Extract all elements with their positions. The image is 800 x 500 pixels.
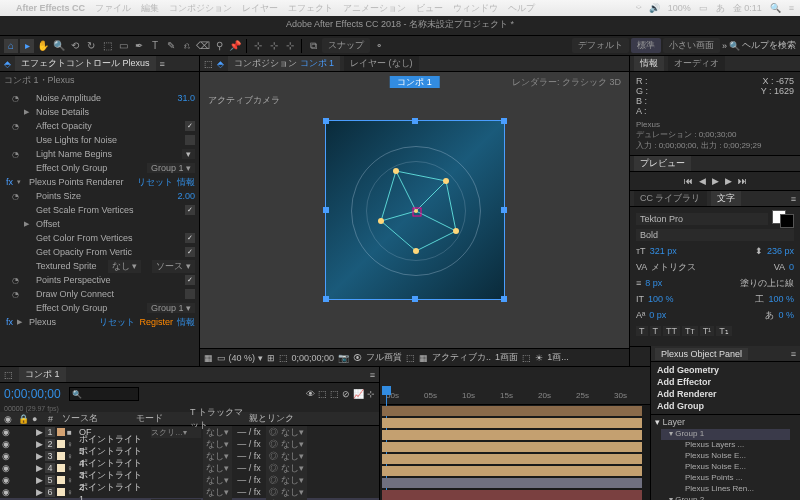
resolution-drop[interactable]: フル画質 — [366, 351, 402, 364]
add-renderer[interactable]: Add Renderer — [651, 388, 800, 400]
prop-checkbox[interactable]: ✓ — [185, 233, 195, 243]
search-icon[interactable]: 🔍 — [729, 41, 740, 51]
layer-row[interactable]: ◉▶2♀ポイントライト 5なし▾— / fx◎ なし▾ — [0, 438, 379, 450]
visibility-icon[interactable]: ◉ — [2, 487, 12, 497]
pin-tool[interactable]: 📌 — [228, 39, 242, 53]
italic-btn[interactable]: T — [650, 326, 662, 336]
layer-bar[interactable] — [382, 406, 642, 416]
leading[interactable]: 236 px — [767, 246, 794, 256]
renderer-label[interactable]: レンダラー: クラシック 3D — [512, 76, 621, 89]
prop-dropdown2[interactable]: ソース ▾ — [152, 260, 195, 273]
font-family[interactable]: Tekton Pro — [636, 213, 768, 225]
tree-item[interactable]: Plexus Noise E... — [661, 462, 790, 473]
menu-help[interactable]: ヘルプ — [508, 2, 535, 15]
snapshot-icon[interactable]: 📷 — [338, 353, 349, 363]
pen-tool[interactable]: ✒ — [132, 39, 146, 53]
caps-btn[interactable]: TT — [663, 326, 680, 336]
info-link[interactable]: 情報 — [177, 176, 195, 189]
prop-checkbox[interactable]: ✓ — [185, 205, 195, 215]
eraser-tool[interactable]: ⌫ — [196, 39, 210, 53]
view-num[interactable]: 1画... — [547, 351, 569, 364]
next-frame-icon[interactable]: ▶ — [725, 176, 732, 186]
menu-window[interactable]: ウィンドウ — [453, 2, 498, 15]
zoom-tool[interactable]: 🔍 — [52, 39, 66, 53]
tracking-val[interactable]: 0 — [789, 262, 794, 272]
super-btn[interactable]: T¹ — [700, 326, 715, 336]
workspace-small[interactable]: 小さい画面 — [663, 38, 720, 53]
layer-bar[interactable] — [382, 430, 642, 440]
baseline[interactable]: 0 px — [649, 310, 666, 320]
register-link[interactable]: Register — [139, 317, 173, 327]
home-icon[interactable]: ⌂ — [4, 39, 18, 53]
stopwatch-icon[interactable]: ◔ — [12, 150, 20, 158]
selection-tool[interactable]: ▸ — [20, 39, 34, 53]
viewer-flow-icon[interactable]: ⬚ — [204, 59, 213, 69]
tree-item[interactable]: ▾ Group 1 — [661, 429, 790, 440]
kerning[interactable]: メトリクス — [651, 261, 696, 274]
axis-view[interactable]: ⊹ — [283, 39, 297, 53]
motion-blur-icon[interactable]: ⊘ — [342, 389, 350, 399]
stamp-tool[interactable]: ⎌ — [180, 39, 194, 53]
visibility-icon[interactable]: ◉ — [2, 451, 12, 461]
preview-tab[interactable]: プレビュー — [634, 156, 691, 171]
play-icon[interactable]: ▶ — [712, 176, 719, 186]
layer-row[interactable]: ◉▶6♀ポイントライト 1なし▾— / fx◎ なし▾ — [0, 486, 379, 498]
sub-btn[interactable]: T₁ — [716, 326, 732, 336]
menu-composition[interactable]: コンポジション — [169, 2, 232, 15]
layer-bar[interactable] — [382, 442, 642, 452]
graph-icon[interactable]: 📈 — [353, 389, 364, 399]
tree-item[interactable]: Plexus Points ... — [661, 473, 790, 484]
layer-row[interactable]: ◉▶4♀ポイントライト 3なし▾— / fx◎ なし▾ — [0, 462, 379, 474]
font-size[interactable]: 321 px — [650, 246, 677, 256]
ime-icon[interactable]: あ — [716, 2, 725, 15]
add-effector[interactable]: Add Effector — [651, 376, 800, 388]
stopwatch-icon[interactable]: ◔ — [12, 94, 20, 102]
visibility-icon[interactable]: ◉ — [2, 475, 12, 485]
axis-world[interactable]: ⊹ — [267, 39, 281, 53]
audio-tab[interactable]: オーディオ — [668, 56, 725, 71]
vscale[interactable]: 100 % — [648, 294, 674, 304]
add-geometry[interactable]: Add Geometry — [651, 364, 800, 376]
zoom-dropdown[interactable]: ▭ (40 %) ▾ — [217, 353, 263, 363]
tree-item[interactable]: ▾ Group 2 — [661, 495, 790, 500]
rect-tool[interactable]: ▭ — [116, 39, 130, 53]
reset-link[interactable]: リセット — [137, 176, 173, 189]
prop-dropdown[interactable]: なし ▾ — [108, 260, 142, 273]
prop-value[interactable]: 31.0 — [177, 93, 195, 103]
prop-dropdown[interactable]: Group 1 ▾ — [147, 303, 195, 313]
spotlight-icon[interactable]: 🔍 — [770, 3, 781, 13]
timeline-flow-icon[interactable]: ⬚ — [4, 370, 13, 380]
info-tab[interactable]: 情報 — [634, 56, 664, 71]
stopwatch-icon[interactable]: ◔ — [12, 192, 20, 200]
transparency-icon[interactable]: ▦ — [419, 353, 428, 363]
obj-panel-menu[interactable]: ≡ — [791, 349, 796, 359]
help-search[interactable]: ヘルプを検索 — [742, 39, 796, 52]
workspace-standard[interactable]: 標準 — [631, 38, 661, 53]
stroke-width[interactable]: 8 px — [645, 278, 662, 288]
tsume[interactable]: 0 % — [778, 310, 794, 320]
reset-link[interactable]: リセット — [99, 316, 135, 329]
col-parent[interactable]: 親とリンク — [249, 412, 294, 425]
visibility-icon[interactable]: ◉ — [2, 427, 12, 437]
prop-checkbox[interactable]: ✓ — [185, 121, 195, 131]
rotate-tool[interactable]: ↻ — [84, 39, 98, 53]
tc-display[interactable]: 0;00;00;00 — [292, 353, 335, 363]
comp-nav-tab[interactable]: コンポ 1 — [389, 76, 440, 88]
tree-item[interactable]: Plexus Lines Ren... — [661, 484, 790, 495]
layer-row[interactable]: ◉▶3♀ポイントライト 4なし▾— / fx◎ なし▾ — [0, 450, 379, 462]
plexus-panel-tab[interactable]: Plexus Object Panel — [655, 348, 748, 360]
orbit-tool[interactable]: ⟲ — [68, 39, 82, 53]
timeline-tab[interactable]: コンポ 1 — [19, 367, 66, 382]
stroke-order[interactable]: 塗りの上に線 — [740, 277, 794, 290]
behind-tool[interactable]: ⬚ — [100, 39, 114, 53]
brush-tool[interactable]: ✎ — [164, 39, 178, 53]
timecode[interactable]: 0;00;00;00 — [4, 387, 61, 401]
prop-checkbox[interactable]: ✓ — [185, 247, 195, 257]
visibility-icon[interactable]: ◉ — [2, 463, 12, 473]
views-drop[interactable]: 1画面 — [495, 351, 518, 364]
hscale[interactable]: 100 % — [768, 294, 794, 304]
show-icon[interactable]: ⦿ — [353, 353, 362, 363]
text-tool[interactable]: T — [148, 39, 162, 53]
layer-bar[interactable] — [382, 454, 642, 464]
panel-menu-icon[interactable]: ≡ — [791, 194, 796, 204]
